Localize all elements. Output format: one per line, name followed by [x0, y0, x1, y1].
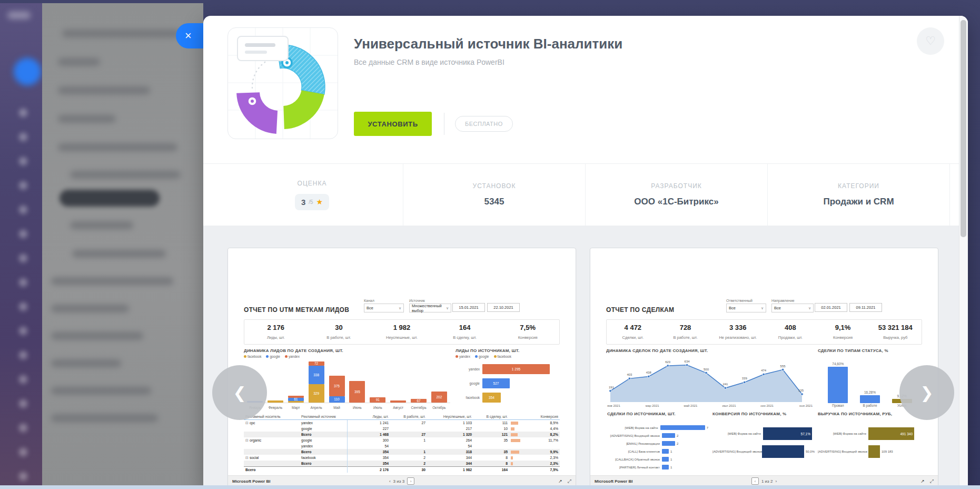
sidebar-item[interactable] [51, 332, 143, 340]
table-cell [244, 461, 300, 467]
fullscreen-icon[interactable]: ⤢ [930, 478, 934, 484]
hbar-value: 1 [670, 466, 672, 469]
hbar-row: google527 [456, 376, 560, 390]
date-to-field[interactable]: 22.10.2021 [487, 303, 520, 312]
rail-item-icon[interactable] [19, 424, 27, 432]
scrollbar[interactable] [959, 16, 968, 489]
table-cell: yandex [300, 443, 347, 449]
rail-item-icon[interactable] [19, 302, 27, 311]
filter-value: Множественный выбор [412, 304, 446, 313]
fullscreen-icon[interactable]: ⤢ [568, 478, 571, 484]
hbar [662, 465, 669, 470]
rail-item-icon[interactable] [19, 133, 27, 141]
kpi-value: 1 982 [370, 324, 433, 331]
rail-item-icon[interactable] [19, 181, 27, 190]
sidebar-item[interactable] [58, 143, 177, 151]
carousel-next-button[interactable]: ❯ [899, 365, 954, 420]
scrollbar-thumb[interactable] [961, 20, 966, 237]
pager-prev-button[interactable]: ‹ [751, 477, 759, 485]
hbar-label: [WEB] Форма на сайте [607, 426, 660, 429]
filter-dropdown[interactable]: Множественный выбор ∨ [409, 304, 451, 312]
rail-item-icon[interactable] [19, 375, 27, 384]
expander-icon[interactable]: ⊟ [245, 438, 249, 442]
rail-item-icon[interactable] [19, 472, 27, 481]
date-from-field[interactable]: 15.01.2021 [452, 303, 485, 312]
x-axis-label: Октябрь [431, 406, 447, 409]
install-button[interactable]: УСТАНОВИТЬ [354, 112, 432, 136]
carousel-prev-button[interactable]: ❮ [212, 365, 267, 420]
sidebar-item[interactable] [51, 305, 129, 312]
bar-segment-google: 110 [329, 396, 345, 403]
heart-icon: ♡ [925, 34, 936, 47]
table-cell: 264 [427, 437, 473, 443]
kpi-strip: 4 472Сделки, шт.728В работе, шт.3 336Не … [606, 319, 922, 345]
filter-dropdown[interactable]: Все ∨ [771, 304, 814, 312]
pager-next-button[interactable]: › [775, 479, 777, 484]
table-cell [300, 467, 347, 473]
rail-item-icon[interactable] [19, 278, 27, 287]
rail-item-icon[interactable] [19, 230, 27, 238]
expander-icon[interactable]: ⊟ [245, 421, 249, 425]
date-from-field[interactable]: 02.01.2021 [815, 303, 847, 312]
expander-icon[interactable]: ⊟ [245, 456, 249, 459]
screenshot-card-leads-report[interactable]: ОТЧЕТ ПО UTM МЕТКАМ ЛИДОВ Канал Все ∨ Ис… [227, 248, 576, 487]
rail-item-icon[interactable] [19, 157, 27, 165]
hbar: 1 295 [482, 364, 550, 374]
sidebar-item[interactable] [70, 221, 133, 229]
table-cell: 164 [473, 467, 509, 473]
sidebar-item[interactable] [58, 58, 100, 66]
chart-title: ДИНАМИКА СДЕЛОК ПО ДАТЕ СОЗДАНИЯ, ШТ. [606, 348, 813, 353]
hbar-value: 7 [707, 426, 708, 429]
table-cell: 35 [473, 437, 509, 443]
share-icon[interactable]: ↗ [920, 478, 925, 484]
table-row: Всего354234482,3% [244, 461, 560, 467]
table-cell: 2 [390, 461, 427, 467]
table-cell: google [300, 437, 347, 443]
table-cell: 1 [390, 437, 427, 443]
table-column-header: Конверсия [509, 414, 560, 420]
sidebar-item[interactable] [51, 387, 151, 395]
rail-item-icon[interactable] [19, 254, 27, 262]
app-rail [0, 3, 42, 489]
sidebar-item[interactable] [70, 171, 181, 179]
hbar-label: yandex [456, 367, 482, 371]
rail-item-icon[interactable] [19, 399, 27, 408]
column-bar [860, 395, 880, 403]
table-cell [473, 443, 509, 449]
sidebar-item[interactable] [62, 30, 181, 37]
filter-dropdown[interactable]: Все ∨ [726, 304, 766, 312]
table-cell: 121 [473, 432, 509, 437]
hbar [662, 433, 675, 438]
table-cell: 354 [347, 455, 390, 461]
date-to-field[interactable]: 09.11.2021 [849, 303, 882, 312]
rail-item-icon[interactable] [19, 448, 27, 456]
rail-item-icon[interactable] [19, 206, 27, 214]
rail-item-icon[interactable] [19, 351, 27, 359]
sidebar-item[interactable] [58, 115, 116, 123]
table-row: Всего3541318359,9% [244, 449, 560, 455]
conversion-value: 8,9% [550, 420, 559, 425]
pager-next-button[interactable]: › [407, 477, 414, 485]
conversion-bar [511, 422, 518, 425]
rail-item-icon[interactable] [19, 327, 27, 335]
sidebar-item-selected[interactable] [60, 190, 160, 207]
report-title: ОТЧЕТ ПО UTM МЕТКАМ ЛИДОВ [244, 306, 349, 314]
pager-prev-button[interactable]: ‹ [389, 479, 391, 484]
status-column: 74,60%Провал [826, 359, 849, 408]
screenshot-card-deals-report[interactable]: ОТЧЕТ ПО СДЕЛКАМ Ответственный Все ∨ Нап… [590, 248, 938, 487]
stacked-bar-plot: 61723383293751103959167202 [244, 361, 450, 403]
share-icon[interactable]: ↗ [558, 478, 562, 484]
sidebar-item[interactable] [58, 86, 150, 94]
favorite-button[interactable]: ♡ [917, 27, 944, 55]
sidebar-item[interactable] [72, 250, 166, 258]
sidebar-item[interactable] [51, 414, 158, 422]
screenshots-area: ОТЧЕТ ПО UTM МЕТКАМ ЛИДОВ Канал Все ∨ Ис… [203, 226, 968, 489]
kpi-cell: 164В сделку, шт. [433, 324, 497, 341]
conversion-value: 11,7% [548, 438, 558, 443]
sidebar-item[interactable] [51, 277, 173, 285]
filter-dropdown[interactable]: Все ∨ [364, 304, 404, 312]
sidebar-item[interactable] [51, 359, 121, 367]
active-rail-item[interactable] [14, 58, 41, 85]
hbar-value: 109 183 [882, 450, 893, 453]
rail-item-icon[interactable] [19, 109, 27, 117]
